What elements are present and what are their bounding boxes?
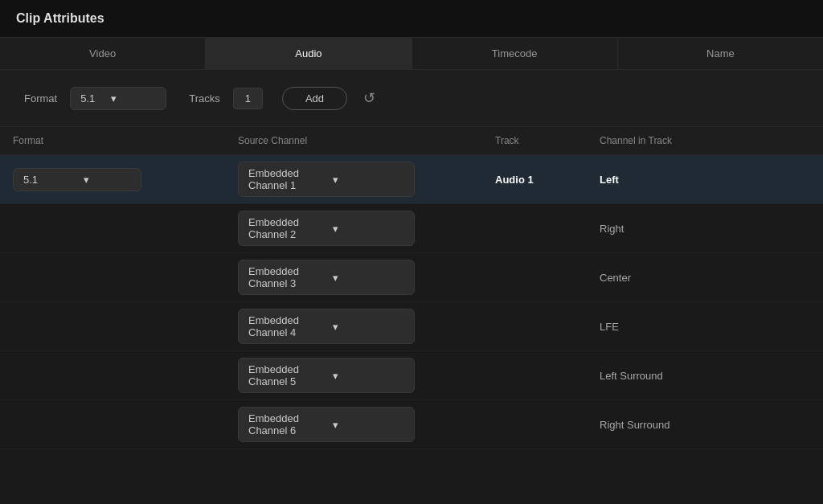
table-row: Embedded Channel 2▾Right (0, 204, 823, 253)
source-channel-cell: Embedded Channel 5▾ (225, 351, 482, 400)
table-row: Embedded Channel 5▾Left Surround (0, 351, 823, 400)
header-format: Format (13, 135, 238, 146)
table-container: Format Source Channel Track Channel in T… (0, 127, 823, 449)
table-body: 5.1▾Embedded Channel 1▾Audio 1LeftEmbedd… (0, 155, 823, 449)
channel-in-track-value: Left (600, 174, 619, 186)
source-channel-dropdown[interactable]: Embedded Channel 1▾ (238, 162, 415, 197)
format-cell (0, 222, 225, 235)
format-cell (0, 320, 225, 333)
source-channel-cell: Embedded Channel 6▾ (225, 400, 482, 449)
header-track: Track (495, 135, 600, 146)
source-channel-cell: Embedded Channel 3▾ (225, 253, 482, 301)
reset-button[interactable]: ↺ (360, 86, 379, 110)
source-channel-dropdown[interactable]: Embedded Channel 2▾ (238, 211, 415, 246)
chevron-down-icon: ▾ (333, 321, 404, 333)
tab-video[interactable]: Video (0, 38, 206, 69)
source-channel-cell: Embedded Channel 1▾ (225, 155, 482, 203)
format-label: Format (24, 92, 57, 104)
source-channel-cell: Embedded Channel 4▾ (225, 302, 482, 350)
source-channel-dropdown[interactable]: Embedded Channel 6▾ (238, 407, 415, 442)
tab-name[interactable]: Name (618, 38, 823, 69)
format-cell (0, 271, 225, 284)
track-value: Audio 1 (495, 174, 534, 186)
chevron-down-icon: ▾ (84, 174, 131, 186)
chevron-down-icon: ▾ (333, 419, 404, 431)
track-cell (482, 271, 587, 284)
tab-timecode[interactable]: Timecode (412, 38, 618, 69)
source-channel-value: Embedded Channel 1 (248, 167, 320, 191)
chevron-down-icon: ▾ (333, 272, 404, 284)
table-header: Format Source Channel Track Channel in T… (0, 127, 823, 155)
format-cell-dropdown[interactable]: 5.1▾ (13, 168, 141, 191)
tracks-value: 1 (233, 88, 263, 109)
channel-in-track-value: Center (600, 272, 631, 284)
title-bar: Clip Attributes (0, 0, 823, 38)
tab-bar: Video Audio Timecode Name (0, 38, 823, 70)
source-channel-value: Embedded Channel 5 (248, 363, 320, 387)
source-channel-value: Embedded Channel 2 (248, 216, 320, 240)
table-row: Embedded Channel 3▾Center (0, 253, 823, 302)
track-cell (482, 369, 587, 382)
header-source-channel: Source Channel (238, 135, 495, 146)
track-cell: Audio 1 (482, 167, 587, 192)
chevron-down-icon: ▾ (111, 92, 117, 104)
source-channel-dropdown[interactable]: Embedded Channel 3▾ (238, 260, 415, 295)
chevron-down-icon: ▾ (333, 174, 404, 186)
source-channel-value: Embedded Channel 3 (248, 265, 320, 289)
source-channel-value: Embedded Channel 6 (248, 412, 320, 436)
channel-in-track-cell: Left (587, 167, 823, 192)
source-channel-value: Embedded Channel 4 (248, 314, 320, 338)
chevron-down-icon: ▾ (333, 370, 404, 382)
format-value: 5.1 (80, 92, 95, 104)
page-title: Clip Attributes (16, 11, 807, 26)
source-channel-cell: Embedded Channel 2▾ (225, 204, 482, 252)
format-dropdown[interactable]: 5.1 ▾ (70, 87, 166, 110)
tab-audio[interactable]: Audio (206, 38, 412, 69)
table-row: Embedded Channel 4▾LFE (0, 302, 823, 351)
track-cell (482, 222, 587, 235)
channel-in-track-value: Left Surround (600, 370, 663, 382)
source-channel-dropdown[interactable]: Embedded Channel 4▾ (238, 309, 415, 344)
channel-in-track-cell: Left Surround (587, 363, 823, 388)
source-channel-dropdown[interactable]: Embedded Channel 5▾ (238, 358, 415, 393)
add-button[interactable]: Add (282, 87, 347, 110)
channel-in-track-cell: LFE (587, 314, 823, 339)
channel-in-track-value: LFE (600, 321, 619, 333)
format-cell-value: 5.1 (23, 174, 71, 186)
channel-in-track-cell: Right (587, 216, 823, 241)
table-row: 5.1▾Embedded Channel 1▾Audio 1Left (0, 155, 823, 204)
track-cell (482, 418, 587, 431)
track-cell (482, 320, 587, 333)
format-cell: 5.1▾ (0, 162, 225, 198)
channel-in-track-cell: Center (587, 265, 823, 290)
format-cell (0, 418, 225, 431)
channel-in-track-value: Right Surround (600, 419, 669, 431)
chevron-down-icon: ▾ (333, 223, 404, 235)
channel-in-track-value: Right (600, 223, 624, 235)
format-cell (0, 369, 225, 382)
table-row: Embedded Channel 6▾Right Surround (0, 400, 823, 449)
channel-in-track-cell: Right Surround (587, 412, 823, 437)
controls-row: Format 5.1 ▾ Tracks 1 Add ↺ (0, 70, 823, 127)
header-channel-in-track: Channel in Track (600, 135, 810, 146)
tracks-label: Tracks (189, 92, 220, 104)
